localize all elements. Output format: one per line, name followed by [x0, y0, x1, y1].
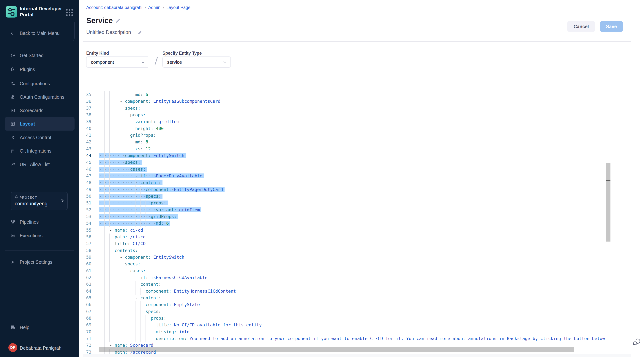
sidebar-item-pipelines[interactable]: Pipelines [5, 215, 74, 229]
code-line-68[interactable]: 68 props: [83, 315, 611, 322]
app-root: Internal Developer Portal Back to Main M… [0, 0, 644, 357]
breadcrumb-link-1[interactable]: Admin [148, 5, 160, 10]
indent-guide [104, 112, 104, 118]
sidebar-item-label: Scorecards [20, 108, 43, 113]
active-indent-guide [120, 220, 120, 227]
breadcrumb-link-2[interactable]: Layout Page [166, 5, 190, 10]
code-line-35[interactable]: 35 md: 6 [83, 91, 611, 98]
project-selector[interactable]: PROJECT communityeng [10, 192, 68, 210]
indent-guide [120, 335, 120, 342]
code-line-56[interactable]: 56 path: /ci-cd [83, 233, 611, 240]
code-line-43[interactable]: 43 xs: 12 [83, 146, 611, 152]
code-line-50[interactable]: 50··················specs: [83, 193, 611, 200]
indent-guide [104, 125, 104, 132]
code-line-41[interactable]: 41 gridProps: [83, 132, 611, 139]
sidebar-item-project-settings[interactable]: Project Settings [5, 255, 74, 269]
code-line-39[interactable]: 39 variant: gridItem [83, 118, 611, 125]
indent-guide [151, 206, 151, 213]
code-line-57[interactable]: 57 title: CI/CD [83, 240, 611, 247]
sidebar-item-scorecards[interactable]: Scorecards [5, 104, 74, 117]
code-line-37[interactable]: 37 specs: [83, 105, 611, 112]
code-line-52[interactable]: 52······················variant:·gridIte… [83, 206, 611, 213]
indent-guide [125, 213, 125, 220]
sidebar-item-git-integrations[interactable]: Git Integrations [5, 144, 74, 158]
code-line-40[interactable]: 40 height: 400 [83, 125, 611, 132]
indent-guide [130, 321, 130, 328]
code-line-54[interactable]: 54······················md:·6 [83, 220, 611, 227]
indent-guide [125, 118, 125, 125]
sidebar-item-layout[interactable]: Layout [5, 117, 74, 131]
code-line-45[interactable]: 45··········specs: [83, 159, 611, 166]
code-line-49[interactable]: 49··················component:·EntityPag… [83, 186, 611, 193]
sidebar-item-access-control[interactable]: Access Control [5, 131, 74, 144]
code-line-55[interactable]: 55 - name: ci-cd [83, 227, 611, 234]
indent-guide [104, 200, 104, 206]
code-line-36[interactable]: 36 - component: EntityHasSubcomponentsCa… [83, 98, 611, 105]
code-line-67[interactable]: 67 specs: [83, 308, 611, 315]
vertical-scrollbar-thumb[interactable] [606, 163, 610, 241]
indent-guide [120, 91, 120, 98]
indent-guide [104, 159, 104, 166]
code-line-59[interactable]: 59 - component: EntitySwitch [83, 254, 611, 261]
sidebar-item-oauth-configurations[interactable]: OAuth Configurations [5, 90, 74, 104]
code-line-44[interactable]: 44········-·component:·EntitySwitch [83, 152, 611, 159]
indent-guide [114, 308, 115, 315]
code-line-48[interactable]: 48················content: [83, 179, 611, 186]
active-indent-guide [120, 179, 120, 186]
sidebar-item-plugins[interactable]: Plugins [5, 63, 74, 76]
indent-guide [114, 159, 115, 166]
save-button[interactable]: Save [600, 21, 623, 32]
code-line-66[interactable]: 66 component: EmptyState [83, 301, 611, 308]
indent-guide [104, 261, 104, 267]
code-line-69[interactable]: 69 title: No CI/CD available for this en… [83, 321, 611, 328]
app-grid-icon[interactable] [66, 9, 74, 17]
code-line-38[interactable]: 38 props: [83, 112, 611, 118]
edit-description-pencil-icon[interactable] [138, 30, 142, 35]
indent-guide [140, 335, 141, 342]
indent-guide [104, 98, 104, 105]
sidebar-item-executions[interactable]: Executions [5, 229, 74, 242]
indent-guide [104, 301, 104, 308]
sidebar-item-help[interactable]: ? Help [5, 321, 74, 334]
entity-type-dropdown[interactable]: service [162, 57, 231, 68]
code-line-61[interactable]: 61 cases: [83, 267, 611, 274]
entity-kind-dropdown[interactable]: component [86, 57, 149, 68]
code-line-58[interactable]: 58 contents: [83, 247, 611, 254]
line-number: 71 [83, 335, 91, 342]
sidebar-item-configurations[interactable]: Configurations [5, 77, 74, 90]
code-line-62[interactable]: 62 - if: isHarnessCiCdAvailable [83, 274, 611, 281]
breadcrumb-link-0[interactable]: Account: debabrata.panigrahi [86, 5, 142, 10]
line-number: 43 [83, 146, 91, 152]
entity-kind-label: Entity Kind [86, 51, 109, 56]
line-number: 49 [83, 186, 91, 193]
code-line-42[interactable]: 42 md: 8 [83, 139, 611, 146]
sidebar: Internal Developer Portal Back to Main M… [0, 0, 79, 357]
code-line-64[interactable]: 64 component: EntityHarnessCiCdContent [83, 288, 611, 295]
indent-guide [114, 179, 115, 186]
code-line-65[interactable]: 65 - content: [83, 294, 611, 301]
sidebar-item-url-allow-list[interactable]: URL Allow List [5, 158, 74, 171]
yaml-code-editor[interactable]: 35 md: 636 - component: EntityHasSubcomp… [83, 76, 611, 354]
cancel-button[interactable]: Cancel [568, 21, 595, 32]
horizontal-scrollbar-thumb[interactable] [99, 347, 574, 352]
code-line-71[interactable]: 71 description: You need to add an annot… [83, 335, 611, 342]
code-line-47[interactable]: 47··············-·if:·isPagerDutyAvailab… [83, 173, 611, 179]
indent-guide [125, 274, 125, 281]
support-chat-icon[interactable] [633, 337, 642, 346]
code-line-63[interactable]: 63 content: [83, 281, 611, 288]
code-line-text: component: EmptyState [99, 301, 200, 308]
code-line-46[interactable]: 46············cases: [83, 166, 611, 173]
indent-guide [114, 274, 115, 281]
sidebar-item-label: Access Control [20, 135, 51, 140]
user-menu[interactable]: DP Debabrata Panigrahi [8, 343, 76, 353]
code-line-51[interactable]: 51····················props: [83, 200, 611, 206]
code-line-60[interactable]: 60 specs: [83, 261, 611, 267]
code-line-70[interactable]: 70 missing: info [83, 328, 611, 335]
line-number: 41 [83, 132, 91, 139]
indent-guide [125, 91, 125, 98]
code-line-text: contents: [99, 247, 138, 254]
sidebar-item-get-started[interactable]: Get Started [5, 49, 74, 62]
edit-title-pencil-icon[interactable] [116, 18, 121, 23]
code-line-53[interactable]: 53····················gridProps: [83, 213, 611, 220]
indent-guide [135, 186, 136, 193]
